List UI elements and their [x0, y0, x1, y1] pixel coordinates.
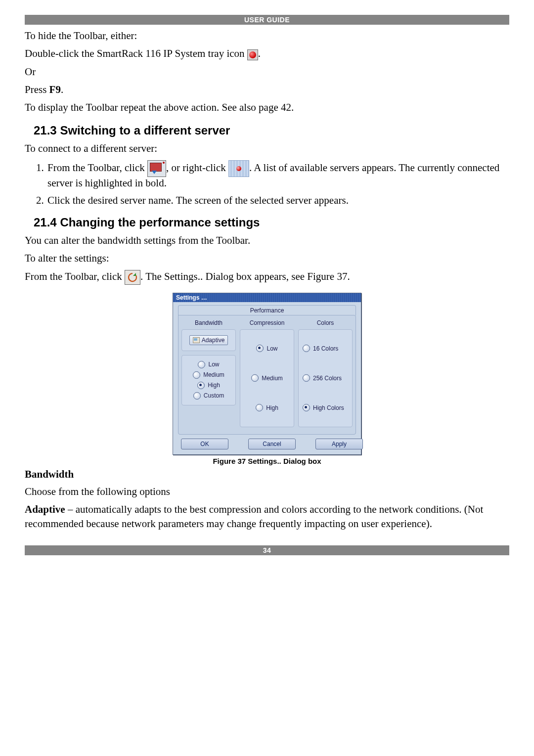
text: From the Toolbar, click [25, 270, 125, 282]
radio-icon [193, 392, 201, 400]
paragraph: From the Toolbar, click . The Settings..… [25, 269, 509, 285]
footer-bar: 34 [25, 545, 509, 555]
header-bar: USER GUIDE [25, 15, 509, 25]
compression-label: Compression [240, 319, 294, 326]
radio-icon [251, 374, 259, 382]
text: Press [25, 84, 49, 95]
option-label: 16 Colors [313, 345, 338, 352]
paragraph: Choose from the following options [25, 485, 509, 498]
option-label: High [208, 382, 220, 389]
settings-cycle-icon [125, 270, 140, 285]
server-dropdown-icon [147, 160, 166, 177]
text: , or right-click [166, 162, 228, 174]
text-bold: Adaptive [25, 503, 65, 515]
bandwidth-option-high[interactable]: High [185, 380, 232, 391]
tab-performance[interactable]: Performance [178, 305, 356, 315]
ok-button[interactable]: OK [181, 439, 228, 449]
bandwidth-option-custom[interactable]: Custom [185, 391, 232, 401]
page-number: 34 [263, 546, 271, 554]
option-label: Medium [203, 371, 224, 378]
radio-icon [197, 382, 205, 389]
adaptive-mini-icon [193, 337, 200, 343]
option-label: Low [208, 361, 219, 368]
adaptive-button[interactable]: Adaptive [189, 335, 228, 345]
radio-icon [256, 345, 264, 352]
bandwidth-options-group: Low Medium High [181, 355, 236, 405]
bandwidth-label: Bandwidth [181, 319, 236, 326]
compression-option-low[interactable]: Low [243, 343, 291, 354]
colors-option-16[interactable]: 16 Colors [302, 343, 349, 354]
text: . The Settings.. Dialog box appears, see… [140, 270, 350, 282]
adaptive-label: Adaptive [202, 337, 225, 344]
figure-37: Settings … Performance Bandwidth [25, 293, 509, 465]
option-label: Low [267, 345, 277, 352]
paragraph: Adaptive – automatically adapts to the b… [25, 502, 509, 531]
colors-option-high[interactable]: High Colors [302, 402, 349, 413]
text: . [258, 47, 261, 59]
cancel-button[interactable]: Cancel [248, 439, 296, 449]
paragraph: Or [25, 65, 509, 79]
colors-label: Colors [298, 319, 353, 326]
colors-option-256[interactable]: 256 Colors [302, 373, 349, 383]
header-title: USER GUIDE [244, 16, 290, 24]
option-label: 256 Colors [313, 375, 342, 382]
text: . [61, 84, 63, 95]
bandwidth-heading: Bandwidth [25, 468, 509, 481]
text: Double-click the SmartRack 116 IP System… [25, 47, 247, 59]
paragraph: To connect to a different server: [25, 141, 509, 155]
colors-column: Colors 16 Colors 256 Colors [298, 319, 353, 427]
radio-icon [198, 361, 205, 368]
settings-dialog: Settings … Performance Bandwidth [173, 293, 361, 455]
list-item: From the Toolbar, click , or right-click… [46, 160, 509, 189]
option-label: Medium [262, 375, 283, 382]
dialog-button-row: OK Cancel Apply [178, 435, 356, 449]
radio-icon [303, 374, 310, 382]
figure-caption: Figure 37 Settings.. Dialog box [25, 457, 509, 465]
radio-icon [256, 404, 263, 411]
numbered-list: From the Toolbar, click , or right-click… [25, 160, 509, 207]
text: – automatically adapts to the best compr… [25, 503, 483, 529]
apply-button[interactable]: Apply [315, 439, 363, 449]
paragraph: To hide the Toolbar, either: [25, 29, 509, 43]
option-label: High Colors [313, 404, 344, 411]
bandwidth-option-low[interactable]: Low [185, 359, 232, 370]
paragraph: Press F9. [25, 83, 509, 96]
option-label: High [266, 404, 278, 411]
dialog-title: Settings … [173, 293, 361, 302]
radio-icon [193, 371, 200, 379]
text: From the Toolbar, click [47, 162, 147, 174]
compression-option-high[interactable]: High [243, 402, 291, 413]
colors-options-group: 16 Colors 256 Colors High Colors [298, 329, 353, 427]
performance-panel: Bandwidth Adaptive [178, 315, 356, 435]
radio-icon [303, 404, 310, 411]
radio-icon [303, 345, 310, 352]
bandwidth-option-medium[interactable]: Medium [185, 370, 232, 380]
paragraph: You can alter the bandwidth settings fro… [25, 233, 509, 247]
paragraph: To alter the settings: [25, 251, 509, 265]
server-selected-icon [228, 160, 249, 177]
key-f9: F9 [49, 84, 61, 95]
paragraph: Double-click the SmartRack 116 IP System… [25, 46, 509, 60]
section-heading-21-3: 21.3 Switching to a different server [25, 124, 509, 137]
tray-icon [247, 49, 258, 60]
bandwidth-adaptive-group: Adaptive [181, 329, 236, 351]
compression-options-group: Low Medium High [240, 329, 294, 427]
option-label: Custom [204, 392, 224, 399]
compression-column: Compression Low Medium [240, 319, 294, 427]
compression-option-medium[interactable]: Medium [243, 373, 291, 383]
list-item: Click the desired server name. The scree… [46, 194, 509, 207]
section-heading-21-4: 21.4 Changing the performance settings [25, 216, 509, 229]
paragraph: To display the Toolbar repeat the above … [25, 100, 509, 114]
bandwidth-column: Bandwidth Adaptive [181, 319, 236, 427]
